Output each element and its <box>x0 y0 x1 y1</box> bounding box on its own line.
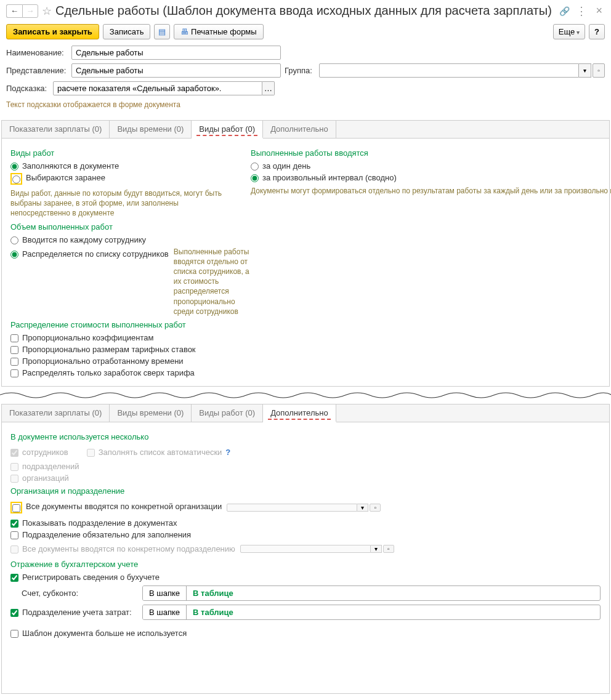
section-done-works: Выполненные работы вводятся <box>251 148 611 158</box>
account-toggle: В шапке В таблице <box>142 585 601 601</box>
dept-dropdown-icon: ▾ <box>371 545 382 553</box>
group-dropdown-icon[interactable]: ▾ <box>579 63 591 78</box>
group-select[interactable] <box>319 63 579 78</box>
check-employees <box>10 449 18 457</box>
check-cost-dept[interactable] <box>10 609 18 617</box>
hint-note: Текст подсказки отображается в форме док… <box>6 99 605 114</box>
favorite-icon[interactable]: ☆ <box>42 4 52 18</box>
check-all-org[interactable] <box>12 504 20 512</box>
repr-input[interactable] <box>71 63 281 78</box>
radio-one-day[interactable] <box>251 163 259 171</box>
hint-input[interactable] <box>53 81 262 95</box>
help-button[interactable]: ? <box>589 24 605 39</box>
check-worked-time[interactable] <box>10 358 18 366</box>
repr-label: Представление: <box>6 66 68 75</box>
account-label: Счет, субконто: <box>10 589 134 598</box>
check-all-dept <box>10 545 18 553</box>
tab-salary-indicators[interactable]: Показатели зарплаты (0) <box>2 121 110 138</box>
volume-note: Выполненные работы вводятся отдельно от … <box>174 247 254 316</box>
check-over-tariff[interactable] <box>10 369 18 377</box>
check-coefficients[interactable] <box>10 334 18 342</box>
cost-dept-toggle: В шапке В таблице <box>142 605 601 620</box>
tabs-panel2: Показатели зарплаты (0) Виды времени (0)… <box>2 404 609 422</box>
costdept-header-button[interactable]: В шапке <box>143 605 187 619</box>
radio-preselected[interactable] <box>12 175 20 183</box>
check-autofill <box>87 449 95 457</box>
check-show-dept[interactable] <box>10 520 18 528</box>
check-not-used[interactable] <box>10 630 18 638</box>
section-volume: Объем выполненных работ <box>10 222 601 231</box>
link-icon[interactable]: 🔗 <box>559 6 570 16</box>
tab2-work-types[interactable]: Виды работ (0) <box>192 404 263 422</box>
hint-expand-button[interactable]: … <box>262 81 275 95</box>
account-table-button[interactable]: В таблице <box>187 586 240 600</box>
radio-interval[interactable] <box>251 174 259 182</box>
dept-open-icon: ▫ <box>383 545 394 553</box>
tab-work-types[interactable]: Виды работ (0) <box>192 121 263 139</box>
close-icon[interactable]: × <box>593 4 605 17</box>
check-register-acc[interactable] <box>10 574 18 582</box>
group-label: Группа: <box>285 66 315 75</box>
save-close-button[interactable]: Записать и закрыть <box>6 24 99 39</box>
nav-forward-button[interactable]: → <box>22 4 38 18</box>
hint-label: Подсказка: <box>6 84 49 93</box>
org-select <box>227 504 357 512</box>
tabs-panel1: Показатели зарплаты (0) Виды времени (0)… <box>2 121 609 139</box>
print-button[interactable]: 🖶 Печатные формы <box>174 24 263 39</box>
section-org: Организация и подразделение <box>10 486 601 496</box>
org-open-icon: ▫ <box>370 504 381 512</box>
toolbar: Записать и закрыть Записать ▤ 🖶 Печатные… <box>0 22 611 42</box>
radio-per-employee[interactable] <box>10 236 18 244</box>
dept-select <box>240 545 371 553</box>
report-icon-button[interactable]: ▤ <box>154 24 170 39</box>
check-departments <box>10 463 18 471</box>
more-button[interactable]: Еще <box>553 24 585 39</box>
name-label: Наименование: <box>6 48 68 57</box>
titlebar: ← → ☆ Сдельные работы (Шаблон документа … <box>0 0 611 22</box>
check-tariff-rates[interactable] <box>10 346 18 354</box>
section-distribution: Распределение стоимости выполненных рабо… <box>10 320 601 329</box>
name-input[interactable] <box>71 46 281 60</box>
tab-time-types[interactable]: Виды времени (0) <box>110 121 192 138</box>
tab2-salary-indicators[interactable]: Показатели зарплаты (0) <box>2 404 110 422</box>
section-accounting: Отражение в бухгалтерском учете <box>10 560 601 569</box>
page-title: Сдельные работы (Шаблон документа ввода … <box>55 4 556 18</box>
radio-by-list[interactable] <box>10 251 18 259</box>
save-button[interactable]: Записать <box>103 24 151 39</box>
kebab-icon[interactable]: ⋮ <box>573 4 589 18</box>
nav-back-button[interactable]: ← <box>6 4 22 18</box>
done-works-note: Документы могут формироваться отдельно п… <box>251 186 611 196</box>
group-open-icon[interactable]: ▫ <box>593 63 605 78</box>
check-dept-required[interactable] <box>10 531 18 539</box>
section-work-types: Виды работ <box>10 148 232 158</box>
work-types-note: Виды работ, данные по которым будут ввод… <box>10 188 232 219</box>
costdept-table-button[interactable]: В таблице <box>187 605 240 619</box>
tab2-time-types[interactable]: Виды времени (0) <box>110 404 192 422</box>
tab-additional[interactable]: Дополнительно <box>263 121 336 138</box>
check-organizations <box>10 475 18 483</box>
torn-separator <box>0 389 611 401</box>
tab2-additional[interactable]: Дополнительно <box>263 404 336 422</box>
org-dropdown-icon: ▾ <box>357 504 368 512</box>
section-multi: В документе используется несколько <box>10 432 601 441</box>
account-header-button[interactable]: В шапке <box>143 586 187 600</box>
help-icon[interactable]: ? <box>225 448 230 457</box>
radio-fill-in-doc[interactable] <box>10 163 18 171</box>
